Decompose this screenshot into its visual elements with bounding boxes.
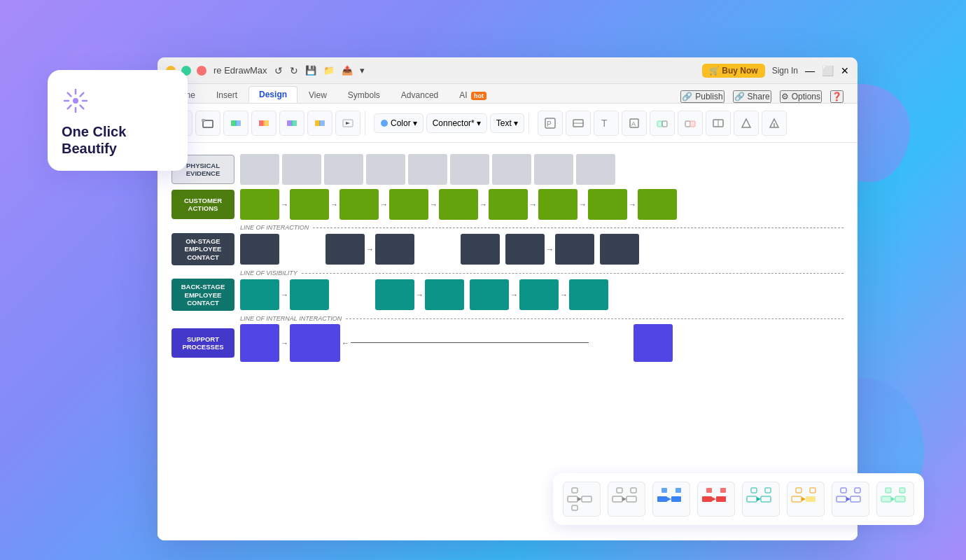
tab-symbols[interactable]: Symbols bbox=[338, 88, 390, 103]
options-button[interactable]: ⚙ Options bbox=[780, 90, 822, 103]
tab-insert[interactable]: Insert bbox=[206, 88, 247, 103]
svg-rect-60 bbox=[761, 496, 771, 502]
template-thumb-7[interactable] bbox=[832, 482, 869, 517]
icon-7[interactable] bbox=[706, 111, 731, 136]
tab-view[interactable]: View bbox=[299, 88, 337, 103]
ca-box-4 bbox=[389, 189, 428, 220]
shape-tool-2[interactable] bbox=[223, 111, 248, 136]
svg-marker-59 bbox=[757, 497, 761, 501]
icon-3[interactable]: T bbox=[594, 111, 619, 136]
os-arrow-2: → bbox=[546, 245, 554, 253]
svg-rect-47 bbox=[631, 488, 636, 493]
win-restore-icon[interactable]: ⬜ bbox=[822, 65, 834, 76]
svg-rect-56 bbox=[706, 488, 712, 493]
svg-rect-10 bbox=[202, 119, 205, 122]
tab-advanced[interactable]: Advanced bbox=[391, 88, 448, 103]
svg-marker-35 bbox=[742, 119, 750, 127]
svg-text:A: A bbox=[631, 120, 636, 127]
icon-9[interactable] bbox=[762, 111, 787, 136]
publish-button[interactable]: 🔗 Publish bbox=[680, 90, 724, 103]
bs-box-2 bbox=[290, 279, 329, 310]
svg-text:T: T bbox=[601, 118, 608, 129]
template-thumb-2[interactable] bbox=[608, 482, 645, 517]
folder-icon[interactable]: 📁 bbox=[323, 65, 335, 76]
template-thumb-4-red[interactable] bbox=[697, 482, 735, 517]
svg-rect-16 bbox=[291, 120, 297, 126]
svg-marker-39 bbox=[578, 497, 582, 501]
customer-actions-boxes: → → → → → → → → bbox=[240, 189, 844, 220]
template-thumb-6-yellow[interactable] bbox=[787, 482, 825, 517]
os-box-4 bbox=[461, 234, 500, 265]
text-dropdown[interactable]: Text ▾ bbox=[490, 113, 524, 133]
ca-box-3 bbox=[340, 189, 379, 220]
redo-icon[interactable]: ↻ bbox=[290, 65, 298, 76]
svg-rect-63 bbox=[792, 496, 802, 502]
onstage-row: ON-STAGEEMPLOYEECONTACT → → bbox=[172, 233, 844, 265]
support-processes-label: SUPPORTPROCESSES bbox=[172, 328, 234, 358]
shape-tool-5[interactable] bbox=[307, 111, 332, 136]
undo-icon[interactable]: ↺ bbox=[274, 65, 283, 76]
template-thumb-5[interactable] bbox=[742, 482, 780, 517]
template-thumb-8-gray[interactable] bbox=[876, 482, 914, 517]
svg-rect-40 bbox=[582, 496, 592, 502]
ca-box-2 bbox=[290, 189, 329, 220]
svg-rect-71 bbox=[841, 488, 846, 493]
svg-marker-64 bbox=[802, 497, 806, 501]
pe-box-4 bbox=[366, 154, 405, 185]
template-thumb-3-blue[interactable] bbox=[652, 482, 690, 517]
onstage-label: ON-STAGEEMPLOYEECONTACT bbox=[172, 233, 234, 265]
save-icon[interactable]: 💾 bbox=[305, 65, 316, 76]
icon-5[interactable] bbox=[650, 111, 675, 136]
export-icon[interactable]: 📤 bbox=[342, 65, 353, 76]
sign-in-button[interactable]: Sign In bbox=[772, 66, 798, 76]
close-button[interactable] bbox=[197, 66, 206, 76]
ca-arrow-1: → bbox=[281, 200, 288, 209]
tab-ai[interactable]: AI hot bbox=[449, 88, 496, 103]
os-box-1 bbox=[240, 234, 279, 265]
color-dropdown[interactable]: Color ▾ bbox=[374, 113, 424, 133]
pe-box-2 bbox=[282, 154, 321, 185]
share-button[interactable]: 🔗 Share bbox=[733, 90, 771, 103]
bs-arrow-2: → bbox=[416, 290, 424, 299]
icon-6[interactable] bbox=[678, 111, 703, 136]
win-minimize-icon[interactable]: — bbox=[805, 65, 815, 76]
os-arrow-1: → bbox=[366, 245, 374, 253]
shape-tool-6[interactable] bbox=[335, 111, 360, 136]
svg-rect-57 bbox=[720, 488, 726, 493]
svg-rect-70 bbox=[850, 496, 860, 502]
pe-box-8 bbox=[534, 154, 573, 185]
win-x-icon[interactable]: ✕ bbox=[841, 65, 849, 76]
icon-4[interactable]: A bbox=[622, 111, 647, 136]
buy-now-button[interactable]: 🛒 Buy Now bbox=[702, 64, 765, 78]
svg-line-6 bbox=[80, 105, 83, 108]
customer-actions-label: CUSTOMERACTIONS bbox=[172, 190, 234, 219]
ca-box-8 bbox=[588, 189, 627, 220]
svg-marker-69 bbox=[846, 497, 850, 501]
shape-tool-4[interactable] bbox=[279, 111, 304, 136]
os-box-5 bbox=[505, 234, 545, 265]
bs-box-7 bbox=[569, 279, 608, 310]
connector-dropdown[interactable]: Connector* ▾ bbox=[426, 113, 487, 133]
icon-2[interactable] bbox=[566, 111, 591, 136]
icon-1[interactable]: P bbox=[538, 111, 563, 136]
help-button[interactable]: ❓ bbox=[830, 90, 844, 103]
tab-design[interactable]: Design bbox=[248, 86, 298, 103]
bs-box-4 bbox=[425, 279, 464, 310]
more-icon[interactable]: ▾ bbox=[360, 65, 365, 76]
bs-box-6 bbox=[519, 279, 559, 310]
backstage-row: BACK-STAGEEMPLOYEECONTACT → → → → bbox=[172, 279, 844, 311]
icon-8[interactable] bbox=[734, 111, 759, 136]
bs-arrow-1: → bbox=[281, 290, 288, 299]
rect-tool[interactable] bbox=[195, 111, 220, 136]
svg-line-7 bbox=[80, 93, 83, 97]
svg-point-21 bbox=[381, 120, 388, 127]
line-visibility-label: LINE OF VISIBILITY bbox=[240, 270, 298, 276]
svg-rect-32 bbox=[690, 121, 695, 127]
pe-box-6 bbox=[450, 154, 489, 185]
line-of-interaction: LINE OF INTERACTION bbox=[240, 224, 844, 231]
template-thumb-1[interactable] bbox=[563, 482, 601, 517]
os-box-2 bbox=[326, 234, 365, 265]
shape-tool-3[interactable] bbox=[251, 111, 276, 136]
sp-long-line bbox=[351, 342, 589, 344]
svg-rect-51 bbox=[662, 488, 667, 493]
